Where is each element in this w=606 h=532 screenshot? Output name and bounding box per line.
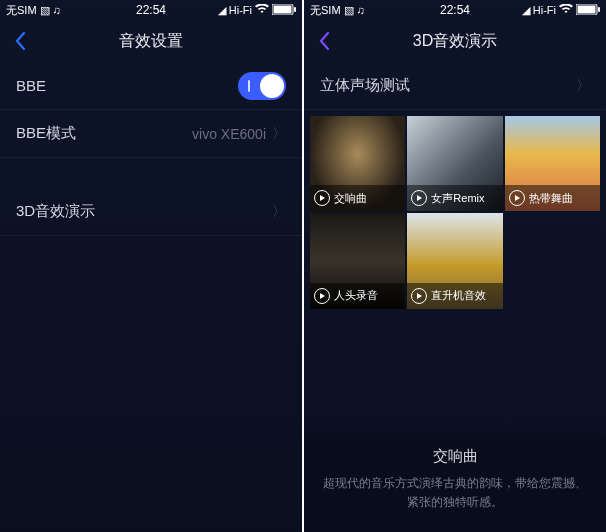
chevron-left-icon [318, 31, 330, 51]
mute-icon: ◢ [522, 4, 530, 17]
play-circle-icon [314, 190, 330, 206]
page-title: 3D音效演示 [413, 31, 497, 52]
row-label: 立体声场测试 [320, 76, 410, 95]
tile-label: 女声Remix [431, 191, 484, 206]
demo-tile[interactable]: 直升机音效 [407, 213, 502, 308]
demo-tile[interactable]: 女声Remix [407, 116, 502, 211]
back-button[interactable] [304, 20, 344, 62]
clock-text: 22:54 [136, 3, 166, 17]
tile-overlay: 人头录音 [310, 283, 405, 309]
svg-rect-1 [274, 5, 292, 13]
chevron-right-icon: 〉 [272, 125, 286, 143]
tile-label: 交响曲 [334, 191, 367, 206]
demo-tile[interactable]: 热带舞曲 [505, 116, 600, 211]
footer-desc: 超现代的音乐方式演绎古典的韵味，带给您震撼、紧张的独特听感。 [322, 474, 588, 512]
battery-icon [272, 4, 296, 17]
carrier-text: 无SIM [310, 3, 341, 18]
status-bar: 无SIM ▧ ♫ 22:54 ◢ Hi-Fi [304, 0, 606, 20]
row-3d-demo[interactable]: 3D音效演示 〉 [0, 188, 302, 236]
row-stereo-test[interactable]: 立体声场测试 〉 [304, 62, 606, 110]
chevron-right-icon: 〉 [272, 203, 286, 221]
hifi-text: Hi-Fi [533, 4, 556, 16]
content-left: BBE BBE模式 vivo XE600i 〉 3D音效演示 〉 [0, 62, 302, 532]
battery-icon [576, 4, 600, 17]
footer-panel: 交响曲 超现代的音乐方式演绎古典的韵味，带给您震撼、紧张的独特听感。 [304, 433, 606, 532]
status-bar: 无SIM ▧ ♫ 22:54 ◢ Hi-Fi [0, 0, 302, 20]
tile-label: 直升机音效 [431, 288, 486, 303]
back-button[interactable] [0, 20, 40, 62]
row-label: BBE [16, 77, 46, 94]
wifi-icon [559, 4, 573, 16]
chevron-left-icon [14, 31, 26, 51]
row-bbe: BBE [0, 62, 302, 110]
row-label: 3D音效演示 [16, 202, 95, 221]
svg-rect-4 [578, 5, 596, 13]
carrier-text: 无SIM [6, 3, 37, 18]
play-circle-icon [411, 190, 427, 206]
tile-overlay: 女声Remix [407, 185, 502, 211]
row-bbe-mode[interactable]: BBE模式 vivo XE600i 〉 [0, 110, 302, 158]
demo-tile[interactable]: 交响曲 [310, 116, 405, 211]
row-value: vivo XE600i [192, 126, 266, 142]
wifi-icon [255, 4, 269, 16]
tile-label: 热带舞曲 [529, 191, 573, 206]
tile-overlay: 交响曲 [310, 185, 405, 211]
music-note-icon: ♫ [357, 4, 365, 16]
chevron-right-icon: 〉 [576, 77, 590, 95]
nav-bar: 音效设置 [0, 20, 302, 62]
nav-bar: 3D音效演示 [304, 20, 606, 62]
demo-tile[interactable]: 人头录音 [310, 213, 405, 308]
demo-grid: 交响曲女声Remix热带舞曲人头录音直升机音效 [304, 110, 606, 315]
mute-icon: ◢ [218, 4, 226, 17]
svg-rect-2 [294, 7, 296, 12]
bbe-toggle[interactable] [238, 72, 286, 100]
tile-label: 人头录音 [334, 288, 378, 303]
photo-icon: ▧ [344, 4, 354, 17]
row-label: BBE模式 [16, 124, 76, 143]
svg-rect-5 [598, 7, 600, 12]
tile-overlay: 热带舞曲 [505, 185, 600, 211]
music-note-icon: ♫ [53, 4, 61, 16]
page-title: 音效设置 [119, 31, 183, 52]
photo-icon: ▧ [40, 4, 50, 17]
tile-overlay: 直升机音效 [407, 283, 502, 309]
clock-text: 22:54 [440, 3, 470, 17]
play-circle-icon [314, 288, 330, 304]
hifi-text: Hi-Fi [229, 4, 252, 16]
phone-right: 无SIM ▧ ♫ 22:54 ◢ Hi-Fi 3D音效演示 立体声场测试 〉 交… [304, 0, 606, 532]
play-circle-icon [509, 190, 525, 206]
footer-title: 交响曲 [322, 447, 588, 466]
phone-left: 无SIM ▧ ♫ 22:54 ◢ Hi-Fi 音效设置 BBE [0, 0, 302, 532]
play-circle-icon [411, 288, 427, 304]
content-right: 立体声场测试 〉 交响曲女声Remix热带舞曲人头录音直升机音效 交响曲 超现代… [304, 62, 606, 532]
